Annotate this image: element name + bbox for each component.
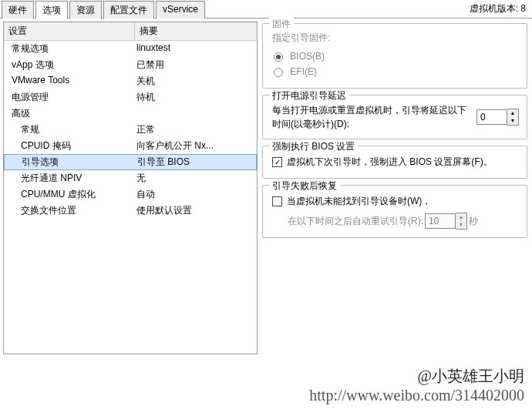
force-bios-group: 强制执行 BIOS 设置 ✓ 虚拟机下次引导时，强制进入 BIOS 设置屏幕(F…: [262, 146, 527, 179]
setting-summary: 引导至 BIOS: [136, 156, 256, 169]
list-item[interactable]: 引导选项引导至 BIOS: [4, 154, 257, 170]
setting-name: CPUID 掩码: [4, 139, 135, 153]
setting-summary: 无: [135, 172, 257, 185]
boot-delay-text: 每当打开电源或重置虚拟机时，引导将延迟以下时间(以毫秒计)(D):: [272, 103, 470, 131]
setting-name: 常规选项: [4, 42, 135, 55]
list-header: 设置 摘要: [4, 22, 257, 41]
spinner-up-icon: ▲: [456, 213, 466, 221]
boot-delay-group: 打开电源引导延迟 每当打开电源或重置虚拟机时，引导将延迟以下时间(以毫秒计)(D…: [262, 95, 527, 139]
firmware-group: 固件 指定引导固件: BIOS(B) EFI(E): [262, 23, 527, 89]
header-setting: 设置: [4, 22, 135, 40]
setting-summary: 待机: [135, 91, 257, 104]
list-item[interactable]: 光纤通道 NPIV无: [4, 170, 257, 186]
list-item[interactable]: CPUID 掩码向客户机公开 Nx...: [4, 138, 257, 154]
list-item[interactable]: CPU/MMU 虚拟化自动: [4, 186, 257, 203]
tabs-container: 硬件选项资源配置文件vService: [0, 0, 207, 18]
settings-list: 设置 摘要 常规选项linuxtestvApp 选项已禁用VMware Tool…: [3, 22, 258, 354]
firmware-specify-label: 指定引导固件:: [272, 32, 519, 45]
recovery-checkbox[interactable]: [272, 196, 282, 206]
setting-name: vApp 选项: [4, 59, 135, 72]
retry-prefix: 在以下时间之后自动重试引导(R):: [288, 215, 423, 228]
boot-recovery-group: 引导失败后恢复 当虚拟机未能找到引导设备时(W)， 在以下时间之后自动重试引导(…: [262, 185, 527, 238]
firmware-bios-option: BIOS(B): [274, 51, 519, 62]
spinner-down-icon[interactable]: ▼: [507, 117, 518, 125]
main-pane: 设置 摘要 常规选项linuxtestvApp 选项已禁用VMware Tool…: [0, 18, 532, 357]
setting-name: 引导选项: [5, 156, 136, 169]
boot-delay-legend: 打开电源引导延迟: [269, 89, 349, 102]
retry-suffix: 秒: [469, 215, 478, 228]
boot-delay-input[interactable]: [476, 109, 507, 125]
tab-硬件[interactable]: 硬件: [2, 1, 34, 18]
watermark: @小英雄王小明 http://www.weibo.com/314402000: [309, 366, 524, 404]
group-advanced: 高级: [4, 106, 257, 122]
firmware-efi-label: EFI(E): [290, 66, 317, 77]
boot-delay-spinner[interactable]: ▲ ▼: [476, 109, 519, 126]
setting-name: 光纤通道 NPIV: [4, 172, 135, 185]
setting-summary: 关机: [135, 75, 257, 88]
list-item[interactable]: VMware Tools关机: [4, 73, 257, 89]
setting-name: 常规: [4, 123, 135, 136]
spinner-up-icon[interactable]: ▲: [507, 109, 518, 117]
recovery-text: 当虚拟机未能找到引导设备时(W)，: [287, 195, 431, 208]
setting-summary: 自动: [135, 188, 257, 201]
menu-bar: 硬件选项资源配置文件vService 虚拟机版本: 8: [0, 0, 532, 18]
list-item[interactable]: 交换文件位置使用默认设置: [4, 203, 257, 219]
list-item[interactable]: 常规正常: [4, 122, 257, 138]
setting-summary: 使用默认设置: [135, 204, 257, 217]
setting-name: CPU/MMU 虚拟化: [4, 188, 135, 201]
setting-name: 交换文件位置: [4, 204, 135, 217]
force-bios-legend: 强制执行 BIOS 设置: [269, 140, 358, 153]
radio-icon: [274, 68, 283, 77]
firmware-efi-option: EFI(E): [274, 66, 519, 77]
setting-summary: linuxtest: [135, 42, 257, 55]
vm-version-label: 虚拟机版本: 8: [470, 2, 532, 15]
boot-recovery-legend: 引导失败后恢复: [269, 179, 340, 193]
list-item[interactable]: 电源管理待机: [4, 89, 257, 106]
right-pane: 固件 指定引导固件: BIOS(B) EFI(E) 打开电源引导延迟 每当打开电…: [261, 18, 532, 357]
retry-spinner: ▲ ▼: [425, 213, 467, 230]
list-rows: 常规选项linuxtestvApp 选项已禁用VMware Tools关机电源管…: [4, 41, 257, 219]
watermark-url: http://www.weibo.com/314402000: [309, 387, 524, 404]
setting-name: 电源管理: [4, 91, 135, 104]
setting-summary: 正常: [135, 123, 257, 136]
force-bios-text: 虚拟机下次引导时，强制进入 BIOS 设置屏幕(F)。: [287, 156, 493, 169]
tab-配置文件[interactable]: 配置文件: [103, 1, 154, 18]
list-item[interactable]: 常规选项linuxtest: [4, 41, 257, 57]
watermark-name: @小英雄王小明: [309, 366, 524, 387]
spinner-down-icon: ▼: [456, 221, 466, 229]
tab-vService[interactable]: vService: [156, 1, 205, 18]
setting-summary: 向客户机公开 Nx...: [135, 139, 257, 153]
firmware-legend: 固件: [269, 18, 294, 31]
list-item[interactable]: vApp 选项已禁用: [4, 57, 257, 73]
tab-选项[interactable]: 选项: [35, 1, 68, 18]
firmware-bios-label: BIOS(B): [290, 51, 325, 62]
setting-name: VMware Tools: [4, 75, 135, 88]
setting-summary: 已禁用: [135, 59, 257, 72]
force-bios-checkbox[interactable]: ✓: [272, 157, 282, 167]
header-summary: 摘要: [135, 22, 257, 40]
tab-资源[interactable]: 资源: [69, 1, 102, 18]
retry-input: [425, 213, 456, 229]
radio-checked-icon: [274, 52, 283, 62]
